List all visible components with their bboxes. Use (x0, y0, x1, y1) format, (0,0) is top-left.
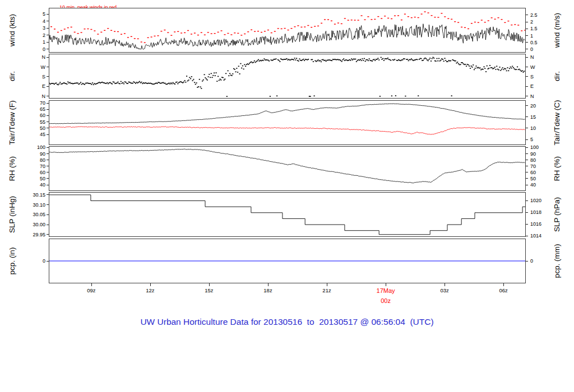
dir-right-tick-mark (526, 67, 528, 67)
rh-right-tick-mark (526, 147, 528, 148)
dir-right-tick-mark (526, 57, 528, 58)
temp-left-tick-mark (47, 122, 49, 122)
slp-left-tick-mark (47, 225, 49, 225)
temperature-dewpoint-plot (49, 101, 525, 144)
dir-left-tick-mark (47, 57, 49, 58)
sea-level-pressure-plot (49, 193, 525, 236)
wind-direction-deg-scatter (49, 57, 525, 97)
slp-left-tick-label: 30.05 (33, 212, 45, 217)
temp-left-tick-mark (47, 109, 49, 110)
dir-right-axis-title: dir. (553, 71, 561, 81)
temp-right-tick-mark (526, 105, 528, 106)
rh-left-tick-label: 90 (40, 151, 45, 157)
x-tick-mark (386, 283, 386, 286)
dir-right-tick-label: W (530, 64, 535, 70)
pcp-right-tick-label: 0 (530, 258, 533, 264)
slp-right-tick-label: 1016 (530, 221, 541, 227)
dir-left-tick-label: W (41, 64, 46, 70)
slp-hpa-axis-title: SLP (hPa) (553, 197, 561, 232)
slp-left-tick-label: 30.15 (33, 192, 45, 198)
wind-left-tick-label: 2 (43, 32, 45, 38)
tair-tdew-c-axis-title: Tair/Tdew (C) (553, 100, 561, 145)
temp-left-tick-label: 45 (40, 132, 45, 137)
slp-inhg-axis-title: SLP (inHg) (8, 196, 16, 233)
dir-right-tick-mark (526, 76, 528, 77)
rh-right-tick-mark (526, 153, 528, 154)
dir-left-tick-mark (47, 96, 49, 96)
rh-left-tick-mark (47, 178, 49, 179)
slp-left-tick-label: 29.95 (33, 232, 45, 237)
tdew-f-line (49, 127, 525, 135)
x-tick-label-2: 00z (381, 297, 391, 304)
rh-left-tick-label: 70 (40, 164, 45, 169)
pcp-left-tick-label: 0 (43, 258, 45, 264)
rh-left-tick-mark (47, 147, 49, 148)
wind-left-tick-mark (47, 21, 49, 21)
temp-left-tick-label: 65 (40, 106, 45, 112)
dir-right-tick-label: N (530, 54, 534, 60)
temp-left-tick-mark (47, 134, 49, 135)
rh-left-tick-label: 100 (37, 144, 45, 150)
slp-right-tick-mark (526, 212, 528, 213)
wind-ms-axis-title: wind (m/s) (553, 13, 561, 48)
dir-left-tick-mark (47, 86, 49, 87)
rh-left-tick-label: 60 (40, 170, 45, 175)
wind-right-tick-label: 2.5 (530, 12, 538, 18)
slp-left-tick-label: 30.00 (33, 222, 45, 227)
wind-left-tick-label: 3 (43, 25, 45, 31)
wind-left-tick-mark (47, 49, 49, 49)
temp-right-tick-label: 10 (530, 125, 536, 131)
pcp-in-axis-title: pcp. (in) (8, 248, 16, 275)
wind-left-tick-label: 5 (43, 11, 45, 17)
x-tick-mark (268, 283, 269, 286)
rh-left-tick-label: 80 (40, 157, 45, 163)
wind-right-tick-label: 1.5 (530, 26, 538, 31)
pcp-right-tick-mark (526, 261, 528, 262)
rh-right-tick-label: 70 (530, 164, 536, 169)
temp-left-tick-label: 55 (40, 119, 45, 125)
dir-right-tick-label: E (530, 83, 534, 89)
x-tick-mark (91, 283, 92, 286)
dir-left-tick-label: N (42, 94, 46, 99)
rh-left-tick-mark (47, 172, 49, 172)
wind-left-tick-label: 4 (43, 18, 45, 24)
wind-right-tick-mark (526, 49, 528, 49)
wind-right-tick-mark (526, 29, 528, 29)
temp-right-tick-mark (526, 116, 528, 117)
x-tick-label: 12z (146, 287, 154, 293)
slp-right-tick-mark (526, 236, 528, 236)
wind-left-tick-mark (47, 14, 49, 15)
wind-left-tick-label: 1 (43, 39, 45, 45)
temp-left-tick-mark (47, 103, 49, 104)
temp-right-tick-mark (526, 128, 528, 128)
relative-humidity-plot (49, 147, 525, 190)
wind-right-tick-mark (526, 22, 528, 22)
rh-pct-line (49, 149, 525, 183)
chart-title: UW Urban Horticulture Data for 20130516 … (0, 317, 574, 327)
x-tick-mark (327, 283, 327, 286)
wind-kts-axis-title: wind (kts) (8, 14, 16, 46)
rh-right-tick-mark (526, 160, 528, 160)
wind-left-tick-mark (47, 35, 49, 35)
wind-right-tick-label: 1 (530, 33, 533, 39)
wind-speed-plot (49, 8, 525, 52)
x-tick-mark (503, 283, 504, 286)
wind-avg-kts-line (49, 24, 525, 49)
pcp-mm-axis-title: pcp. (mm) (553, 244, 561, 278)
rh-left-tick-mark (47, 185, 49, 185)
slp-left-tick-label: 30.10 (33, 202, 45, 208)
rh-right-tick-mark (526, 172, 528, 172)
wind-peak-kts-dots (50, 11, 525, 43)
temp-left-tick-label: 50 (40, 125, 45, 131)
slp-inhg-step-line (49, 195, 525, 235)
dir-right-tick-mark (526, 86, 528, 87)
rh-right-tick-label: 40 (530, 182, 536, 188)
rh-left-tick-mark (47, 160, 49, 160)
slp-left-tick-mark (47, 194, 49, 195)
wind-right-tick-mark (526, 42, 528, 43)
slp-right-tick-label: 1018 (530, 209, 541, 215)
rh-right-tick-label: 80 (530, 157, 536, 163)
dir-left-tick-mark (47, 67, 49, 67)
dir-left-axis-title: dir. (8, 71, 16, 81)
rh-left-tick-mark (47, 166, 49, 166)
